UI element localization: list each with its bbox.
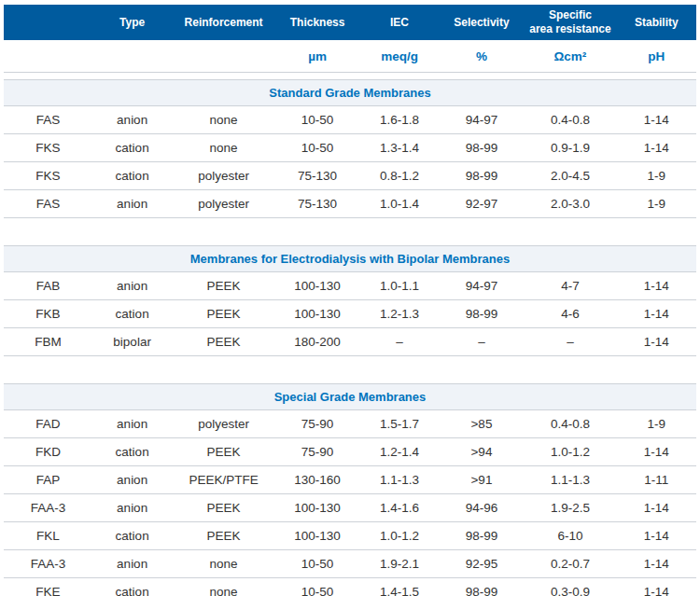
cell: anion bbox=[92, 106, 172, 134]
cell: 1-14 bbox=[617, 578, 696, 596]
cell: 1.4-1.6 bbox=[359, 494, 439, 522]
cell: 10-50 bbox=[275, 550, 360, 578]
cell: 94-97 bbox=[440, 272, 525, 300]
cell: 1.4-1.5 bbox=[359, 578, 439, 596]
cell: 1-14 bbox=[617, 300, 696, 328]
cell: FAD bbox=[4, 410, 92, 438]
cell: 98-99 bbox=[440, 522, 525, 550]
cell: cation bbox=[92, 162, 172, 190]
cell: 0.4-0.8 bbox=[524, 106, 616, 134]
cell: FKB bbox=[4, 300, 92, 328]
cell: 1-14 bbox=[617, 522, 696, 550]
cell: cation bbox=[92, 300, 172, 328]
header-row: TypeReinforcementThicknessIECSelectivity… bbox=[4, 5, 696, 40]
cell: cation bbox=[92, 134, 172, 162]
cell: 100-130 bbox=[275, 494, 360, 522]
cell: 100-130 bbox=[275, 522, 360, 550]
unit-label bbox=[172, 40, 275, 73]
cell: FKS bbox=[4, 162, 92, 190]
cell: – bbox=[524, 328, 616, 356]
cell: FKD bbox=[4, 438, 92, 466]
cell: 1.6-1.8 bbox=[359, 106, 439, 134]
cell: 1-9 bbox=[617, 410, 696, 438]
cell: none bbox=[172, 578, 275, 596]
cell: 100-130 bbox=[275, 272, 360, 300]
table-row: FKScationnone10-501.3-1.498-990.9-1.91-1… bbox=[4, 134, 696, 162]
membrane-table: TypeReinforcementThicknessIECSelectivity… bbox=[4, 5, 696, 596]
cell: polyester bbox=[172, 162, 275, 190]
cell: 94-97 bbox=[440, 106, 525, 134]
cell: – bbox=[440, 328, 525, 356]
cell: >91 bbox=[440, 466, 525, 494]
cell: polyester bbox=[172, 190, 275, 218]
spacer bbox=[4, 356, 696, 384]
column-header: Stability bbox=[617, 5, 696, 40]
cell: PEEK bbox=[172, 272, 275, 300]
cell: 75-130 bbox=[275, 190, 360, 218]
section-title: Special Grade Membranes bbox=[4, 384, 696, 410]
cell: FAA-3 bbox=[4, 494, 92, 522]
cell: cation bbox=[92, 578, 172, 596]
unit-label: µm bbox=[275, 40, 360, 73]
cell: FKL bbox=[4, 522, 92, 550]
cell: 1.0-1.1 bbox=[359, 272, 439, 300]
column-header bbox=[4, 5, 92, 40]
cell: 1.9-2.5 bbox=[524, 494, 616, 522]
cell: 98-99 bbox=[440, 162, 525, 190]
cell: PEEK/PTFE bbox=[172, 466, 275, 494]
cell: anion bbox=[92, 550, 172, 578]
cell: 1.2-1.3 bbox=[359, 300, 439, 328]
cell: 1-14 bbox=[617, 438, 696, 466]
units-row: µmmeq/g%Ωcm²pH bbox=[4, 40, 696, 73]
cell: PEEK bbox=[172, 300, 275, 328]
column-header: Reinforcement bbox=[172, 5, 275, 40]
cell: 1-14 bbox=[617, 272, 696, 300]
cell: 94-96 bbox=[440, 494, 525, 522]
cell: 98-99 bbox=[440, 578, 525, 596]
cell: 1-11 bbox=[617, 466, 696, 494]
spacer-row bbox=[4, 356, 696, 384]
membrane-spec-sheet: TypeReinforcementThicknessIECSelectivity… bbox=[0, 0, 700, 596]
cell: 0.2-0.7 bbox=[524, 550, 616, 578]
table-row: FKScationpolyester75-1300.8-1.298-992.0-… bbox=[4, 162, 696, 190]
cell: PEEK bbox=[172, 328, 275, 356]
cell: none bbox=[172, 134, 275, 162]
table-row: FASanionpolyester75-1301.0-1.492-972.0-3… bbox=[4, 190, 696, 218]
table-row: FKDcationPEEK75-901.2-1.4>941.0-1.21-14 bbox=[4, 438, 696, 466]
cell: 10-50 bbox=[275, 134, 360, 162]
unit-label: % bbox=[440, 40, 525, 73]
cell: 1-14 bbox=[617, 134, 696, 162]
cell: 0.8-1.2 bbox=[359, 162, 439, 190]
cell: none bbox=[172, 106, 275, 134]
cell: bipolar bbox=[92, 328, 172, 356]
cell: 75-90 bbox=[275, 438, 360, 466]
cell: >94 bbox=[440, 438, 525, 466]
table-row: FAA-3anionnone10-501.9-2.192-950.2-0.71-… bbox=[4, 550, 696, 578]
unit-label bbox=[92, 40, 172, 73]
cell: FKS bbox=[4, 134, 92, 162]
cell: PEEK bbox=[172, 522, 275, 550]
cell: 1-14 bbox=[617, 494, 696, 522]
table-row: FAPanionPEEK/PTFE130-1601.1-1.3>911.1-1.… bbox=[4, 466, 696, 494]
spacer-row bbox=[4, 73, 696, 80]
cell: FAB bbox=[4, 272, 92, 300]
cell: polyester bbox=[172, 410, 275, 438]
cell: 1.0-1.2 bbox=[524, 438, 616, 466]
cell: anion bbox=[92, 190, 172, 218]
column-header: Thickness bbox=[275, 5, 360, 40]
cell: FAS bbox=[4, 106, 92, 134]
cell: 4-7 bbox=[524, 272, 616, 300]
cell: 6-10 bbox=[524, 522, 616, 550]
cell: 1.0-1.2 bbox=[359, 522, 439, 550]
cell: 98-99 bbox=[440, 134, 525, 162]
cell: 1.1-1.3 bbox=[359, 466, 439, 494]
cell: FKE bbox=[4, 578, 92, 596]
table-row: FASanionnone10-501.6-1.894-970.4-0.81-14 bbox=[4, 106, 696, 134]
cell: 1-14 bbox=[617, 106, 696, 134]
cell: 1-14 bbox=[617, 328, 696, 356]
section-title-row: Membranes for Electrodialysis with Bipol… bbox=[4, 246, 696, 272]
cell: PEEK bbox=[172, 438, 275, 466]
table-row: FAA-3anionPEEK100-1301.4-1.694-961.9-2.5… bbox=[4, 494, 696, 522]
table-row: FKEcationnone10-501.4-1.598-990.3-0.91-1… bbox=[4, 578, 696, 596]
table-row: FKLcationPEEK100-1301.0-1.298-996-101-14 bbox=[4, 522, 696, 550]
